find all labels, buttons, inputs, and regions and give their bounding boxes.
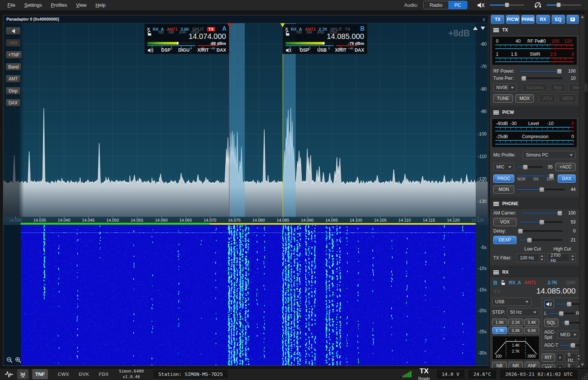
pan-button-band[interactable]: Band: [6, 63, 21, 71]
filter-preset-6.0K[interactable]: 6.0K: [524, 327, 539, 334]
collapse-button[interactable]: [6, 27, 21, 35]
filter-preset-2.1K[interactable]: 2.1K: [508, 319, 523, 326]
frequency-axis[interactable]: 14.03014.03514.04014.04514.05014.05514.0…: [3, 217, 488, 225]
sidebar-scrollbar[interactable]: [579, 14, 585, 367]
mox-button[interactable]: MOX: [515, 94, 534, 103]
waterfall-canvas[interactable]: [21, 225, 476, 365]
rx-volume-slider[interactable]: [556, 303, 579, 305]
audio-radio-option[interactable]: Radio: [424, 1, 448, 9]
cwx-button[interactable]: CWX: [58, 371, 69, 377]
filter-preset-2.4K[interactable]: 2.4K: [524, 319, 539, 326]
mon-slider[interactable]: [517, 189, 565, 190]
rx-tx-antenna[interactable]: ANT1: [524, 280, 536, 285]
waveform-icon[interactable]: [4, 371, 13, 378]
vfo-a-marker[interactable]: [227, 23, 232, 27]
am-carrier-slider[interactable]: [521, 212, 563, 214]
proc-button[interactable]: PROC: [493, 174, 514, 183]
flag-b-nr[interactable]: NR: [307, 30, 312, 34]
tune-pwr-slider[interactable]: [520, 77, 563, 79]
dvk-button[interactable]: DVK: [79, 371, 89, 377]
vfo-b-flag[interactable]: X RX_A ANT1 2.7K SPLIT TX B NB NR ANF QS…: [283, 24, 367, 54]
flag-a-xrit-button[interactable]: X/RIT: [197, 48, 209, 53]
flag-a-frequency[interactable]: 14.074.000: [189, 32, 226, 41]
scroll-down-icon[interactable]: [581, 364, 584, 366]
flag-b-xrit-button[interactable]: X/RIT: [335, 48, 347, 53]
dax-button[interactable]: DAX: [558, 174, 576, 183]
dexp-slider[interactable]: [519, 239, 563, 241]
passband-a[interactable]: [229, 23, 245, 217]
flag-b-dsp-button[interactable]: DSP: [300, 48, 309, 53]
tab-rx[interactable]: RX: [536, 15, 549, 24]
agc-t-slider[interactable]: [560, 344, 579, 346]
acc-button[interactable]: +ACC: [555, 163, 576, 171]
tab-tx[interactable]: TX: [491, 15, 504, 24]
flag-a-lock-icon[interactable]: [147, 31, 152, 36]
speaker-volume-slider[interactable]: [490, 4, 524, 6]
pan-button-plus-tnf[interactable]: +TNF: [6, 51, 22, 59]
speaker-muted-icon[interactable]: [477, 2, 485, 8]
filter-preset-2.7K[interactable]: 2.7K: [492, 327, 507, 334]
flag-b-nb[interactable]: NB: [296, 30, 302, 34]
menu-view[interactable]: View: [72, 1, 90, 9]
flag-b-frequency[interactable]: 14.085.000: [327, 32, 364, 41]
filter-preset-1.8K[interactable]: 1.8K: [492, 319, 507, 326]
sql-slider[interactable]: [560, 322, 579, 323]
flag-b-mode-button[interactable]: USB: [317, 48, 327, 53]
scale-down-arrow[interactable]: [481, 27, 485, 30]
spinner-up-icon[interactable]: [540, 255, 543, 257]
scroll-up-icon[interactable]: [581, 16, 584, 18]
rx-qsk[interactable]: QSK: [566, 280, 576, 285]
flag-a-dax-button[interactable]: DAX: [217, 48, 226, 53]
audio-toggle[interactable]: Radio PC: [423, 1, 467, 9]
vfo-a-cursor-line[interactable]: [229, 23, 229, 217]
rx-panel-menu-icon[interactable]: [493, 270, 499, 274]
fdx-button[interactable]: FDX: [99, 371, 109, 377]
spinner-down-icon[interactable]: [571, 259, 574, 261]
menu-file[interactable]: File: [4, 1, 19, 9]
vfo-b-marker[interactable]: [280, 23, 285, 27]
pan-button-ant[interactable]: ANT: [6, 75, 21, 83]
menu-help[interactable]: Help: [92, 1, 109, 9]
flag-a-dsp-button[interactable]: DSP: [161, 48, 171, 53]
zoom-out-icon[interactable]: [6, 357, 13, 363]
spinner-up-icon[interactable]: [571, 255, 574, 257]
flag-b-audio-muted-icon[interactable]: [286, 48, 292, 53]
vox-button[interactable]: VOX: [493, 218, 517, 226]
headphone-muted-icon[interactable]: [534, 2, 542, 8]
resize-grip[interactable]: [581, 373, 587, 379]
waterfall-display[interactable]: -5s-10s-15s-20s-25s-30s: [3, 225, 488, 365]
rit-button[interactable]: RIT: [542, 353, 555, 362]
flag-b-dax-button[interactable]: DAX: [355, 48, 364, 53]
proc-level-slider[interactable]: [517, 175, 555, 177]
filter-preset-3.3K[interactable]: 3.3K: [508, 327, 523, 334]
phone-panel-menu-icon[interactable]: [493, 202, 499, 206]
antenna-button[interactable]: [17, 369, 28, 379]
panadapter-close-button[interactable]: x: [483, 16, 485, 22]
mic-profile-dropdown[interactable]: Simons PC: [523, 151, 576, 159]
agc-spd-dropdown[interactable]: MED: [557, 331, 579, 339]
scale-up-arrow[interactable]: [473, 27, 478, 30]
pan-button-dax[interactable]: DAX: [6, 99, 21, 107]
tune-button[interactable]: TUNE: [493, 94, 513, 103]
rx-mute-button[interactable]: [544, 300, 554, 308]
rx-filter-width[interactable]: 2.7K: [548, 280, 557, 285]
tx-filter-low-spinner[interactable]: 100 Hz: [517, 253, 545, 262]
rx-antenna[interactable]: RX_A: [509, 280, 521, 285]
pcw-panel-menu-icon[interactable]: [493, 110, 499, 115]
rx-pan-slider[interactable]: [549, 313, 574, 314]
step-dropdown[interactable]: 50 Hz: [507, 308, 539, 316]
audio-pc-option[interactable]: PC: [448, 1, 467, 9]
flag-b-tx-indicator[interactable]: TX: [345, 27, 350, 31]
flag-b-lock-icon[interactable]: [285, 31, 290, 36]
rx-mode-dropdown[interactable]: USB: [492, 298, 531, 306]
tx-filter-high-spinner[interactable]: 2700 Hz: [548, 253, 576, 262]
headphone-volume-slider[interactable]: [547, 4, 581, 6]
popout-panel-button[interactable]: [567, 15, 579, 24]
mic-gain-slider[interactable]: [517, 166, 543, 168]
tx-panel-menu-icon[interactable]: [493, 28, 499, 32]
pan-button-disp[interactable]: Disp: [6, 87, 21, 95]
vfo-a-flag[interactable]: X RX_A ANT1 3.0K SPLIT TX A NB NR ANF QS…: [144, 24, 229, 54]
vox-slider[interactable]: [519, 221, 563, 223]
rx-lock-icon[interactable]: [501, 280, 506, 285]
flag-a-nr[interactable]: NR: [168, 30, 174, 34]
